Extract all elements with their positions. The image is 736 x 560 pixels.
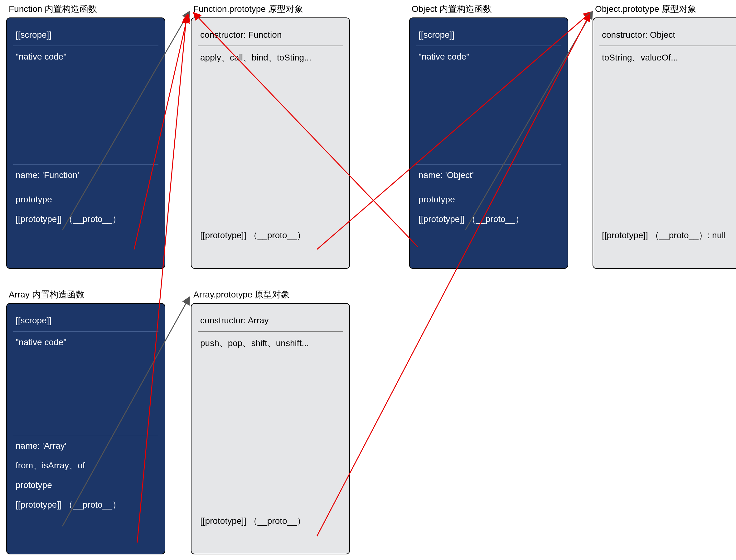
function-ctor-scope: [[scrope]] bbox=[7, 26, 165, 44]
box-object-ctor: [[scrope]] "native code" name: 'Object' … bbox=[409, 17, 568, 269]
array-ctor-scope: [[scrope]] bbox=[7, 311, 165, 330]
object-ctor-proto: [[prototype]] （__proto__） bbox=[410, 209, 568, 229]
box-function-ctor: [[scrope]] "native code" name: 'Function… bbox=[6, 17, 165, 269]
divider bbox=[198, 46, 343, 46]
function-ctor-prototype: prototype bbox=[7, 190, 165, 209]
array-ctor-proto: [[prototype]] （__proto__） bbox=[7, 495, 165, 515]
object-ctor-prototype: prototype bbox=[410, 190, 568, 209]
object-proto-proto: [[prototype]] （__proto__）: null bbox=[593, 225, 736, 246]
divider bbox=[13, 435, 158, 435]
divider bbox=[13, 46, 158, 46]
function-ctor-name: name: 'Function' bbox=[7, 166, 165, 185]
box-function-proto: constructor: Function apply、call、bind、to… bbox=[191, 17, 350, 269]
array-proto-proto: [[prototype]] （__proto__） bbox=[191, 511, 349, 531]
object-proto-constructor: constructor: Object bbox=[593, 26, 736, 44]
divider bbox=[13, 164, 158, 165]
array-proto-constructor: constructor: Array bbox=[191, 311, 349, 330]
divider bbox=[599, 46, 736, 46]
array-ctor-body: "native code" bbox=[7, 333, 165, 352]
title-array-proto: Array.prototype 原型对象 bbox=[193, 289, 290, 301]
array-ctor-statics: from、isArray、of bbox=[7, 455, 165, 476]
title-object-ctor: Object 内置构造函数 bbox=[412, 3, 492, 15]
object-ctor-scope: [[scrope]] bbox=[410, 26, 568, 44]
function-proto-constructor: constructor: Function bbox=[191, 26, 349, 44]
function-proto-proto: [[prototype]] （__proto__） bbox=[191, 225, 349, 246]
object-ctor-name: name: 'Object' bbox=[410, 166, 568, 185]
divider bbox=[416, 164, 561, 165]
divider bbox=[416, 46, 561, 46]
function-ctor-body: "native code" bbox=[7, 47, 165, 66]
object-proto-methods: toString、valueOf... bbox=[593, 47, 736, 68]
box-object-proto: constructor: Object toString、valueOf... … bbox=[593, 17, 736, 269]
object-ctor-body: "native code" bbox=[410, 47, 568, 66]
title-array-ctor: Array 内置构造函数 bbox=[9, 289, 85, 301]
function-ctor-proto: [[prototype]] （__proto__） bbox=[7, 209, 165, 229]
array-proto-methods: push、pop、shift、unshift... bbox=[191, 333, 349, 354]
title-function-ctor: Function 内置构造函数 bbox=[9, 3, 97, 15]
array-ctor-prototype: prototype bbox=[7, 476, 165, 495]
divider bbox=[13, 331, 158, 332]
diagram-canvas: Function 内置构造函数 Function.prototype 原型对象 … bbox=[0, 0, 736, 560]
function-proto-methods: apply、call、bind、toSting... bbox=[191, 47, 349, 68]
box-array-proto: constructor: Array push、pop、shift、unshif… bbox=[191, 303, 350, 554]
box-array-ctor: [[scrope]] "native code" name: 'Array' f… bbox=[6, 303, 165, 554]
title-function-proto: Function.prototype 原型对象 bbox=[193, 3, 303, 15]
array-ctor-name: name: 'Array' bbox=[7, 437, 165, 455]
title-object-proto: Object.prototype 原型对象 bbox=[595, 3, 696, 15]
divider bbox=[198, 331, 343, 332]
